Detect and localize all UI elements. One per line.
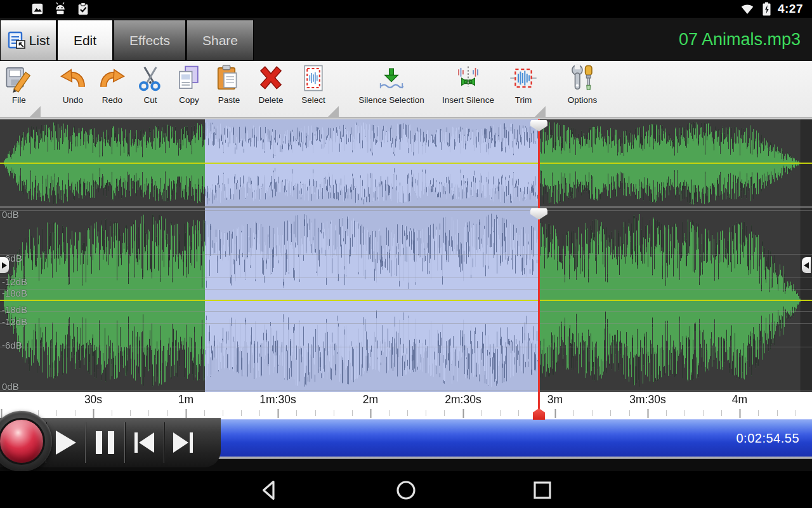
tab-effects[interactable]: Effects — [114, 20, 186, 61]
toolbar-label: Options — [556, 95, 609, 105]
time-label: 4m — [711, 393, 768, 406]
status-icons-left — [30, 2, 90, 16]
arrow-right-icon — [2, 262, 7, 269]
transport-bar: 0:02:54.55 — [0, 419, 812, 471]
android-nav-bar — [0, 471, 812, 508]
toolbar-button-options[interactable]: Options — [556, 61, 609, 117]
db-label: -6dB — [2, 340, 22, 351]
db-label: -12dB — [2, 276, 27, 287]
pause-button[interactable] — [86, 420, 124, 465]
toolbar-label: File — [0, 95, 38, 105]
tab-edit[interactable]: Edit — [57, 20, 113, 61]
time-label: 1m — [157, 393, 214, 406]
toolbar-button-delete[interactable]: Delete — [251, 61, 291, 117]
undo-icon — [58, 64, 88, 93]
transport-panel-edge — [190, 457, 812, 459]
select-dropdown-grip[interactable] — [328, 106, 339, 117]
transport-info-panel: 0:02:54.55 — [190, 419, 812, 457]
tab-label: Effects — [129, 33, 170, 48]
next-button[interactable] — [164, 420, 202, 465]
cut-icon — [136, 64, 165, 93]
toolbar-button-redo[interactable]: Redo — [92, 61, 133, 117]
toolbar-label: Delete — [251, 95, 291, 105]
home-button[interactable] — [393, 478, 419, 503]
tab-label: Edit — [74, 33, 96, 48]
db-label: -12dB — [2, 316, 27, 327]
toolbar-button-silence-selection[interactable]: Silence Selection — [350, 61, 433, 117]
delete-icon — [256, 64, 285, 93]
time-label: 3m:30s — [619, 393, 676, 406]
toolbar-label: Select — [293, 95, 334, 105]
time-label: 2m — [342, 393, 399, 406]
wifi-icon — [739, 1, 756, 17]
toolbar-button-cut[interactable]: Cut — [131, 61, 169, 117]
battery-charging-icon — [761, 1, 772, 17]
pause-icon — [96, 431, 114, 454]
time-label: 30s — [65, 393, 122, 406]
file-title: 07 Animals.mp3 — [679, 18, 801, 61]
skip-to-start-icon — [134, 432, 154, 453]
toolbar-button-paste[interactable]: Paste — [209, 61, 249, 117]
android-status-bar: 4:27 — [0, 0, 812, 18]
ruler-ticks-canvas — [0, 392, 812, 419]
usb-debug-icon — [53, 2, 67, 16]
copy-icon — [174, 64, 204, 93]
db-label: 0dB — [2, 209, 19, 220]
skip-to-end-icon — [173, 432, 193, 453]
time-label: 1m:30s — [249, 393, 306, 406]
playback-time: 0:02:54.55 — [736, 420, 799, 457]
waveform-canvas[interactable] — [0, 119, 812, 392]
toolbar-label: Copy — [169, 95, 209, 105]
tab-label: Share — [202, 33, 238, 48]
db-label: -18dB — [2, 288, 27, 298]
arrow-left-icon — [804, 262, 809, 269]
trim-dropdown-grip[interactable] — [535, 106, 546, 117]
timeline-ruler[interactable]: 30s 1m 1m:30s 2m 2m:30s 3m 3m:30s 4m — [0, 392, 812, 419]
redo-icon — [98, 64, 127, 93]
options-icon — [568, 64, 597, 93]
transport-controls — [0, 418, 221, 467]
clipboard-check-icon — [76, 2, 90, 16]
screenshot-icon — [30, 2, 44, 16]
status-icons-right: 4:27 — [739, 0, 803, 18]
toolbar-label: Insert Silence — [431, 95, 505, 105]
play-icon — [56, 431, 76, 455]
db-label: 0dB — [2, 381, 19, 392]
toolbar-label: Paste — [209, 95, 249, 105]
record-button[interactable] — [0, 418, 45, 465]
scroll-handle-left[interactable] — [0, 257, 9, 273]
toolbar-label: Silence Selection — [350, 95, 433, 105]
file-icon — [4, 64, 34, 93]
playback-cursor-line[interactable] — [538, 119, 540, 409]
silence-selection-icon — [377, 64, 406, 93]
previous-button[interactable] — [125, 420, 163, 465]
tab-label: List — [29, 33, 50, 48]
tab-share[interactable]: Share — [187, 20, 254, 61]
select-icon — [299, 64, 328, 93]
toolbar-button-undo[interactable]: Undo — [53, 61, 93, 117]
play-button[interactable] — [47, 420, 85, 465]
toolbar-label: Undo — [53, 95, 93, 105]
toolbar-button-copy[interactable]: Copy — [169, 61, 209, 117]
clock: 4:27 — [778, 2, 803, 16]
file-dropdown-grip[interactable] — [30, 106, 41, 117]
recents-button[interactable] — [530, 478, 555, 503]
time-label: 2m:30s — [435, 393, 492, 406]
db-label: -18dB — [2, 304, 27, 315]
scroll-handle-right[interactable] — [802, 257, 811, 273]
insert-silence-icon — [454, 64, 483, 93]
toolbar-label: Redo — [92, 95, 133, 105]
toolbar: File Undo Redo — [0, 61, 812, 117]
tab-bar: List Edit Effects Share 07 Animals.mp3 — [0, 18, 812, 61]
tab-list[interactable]: List — [0, 20, 56, 61]
toolbar-button-insert-silence[interactable]: Insert Silence — [431, 61, 505, 117]
paste-icon — [214, 64, 244, 93]
toolbar-label: Trim — [503, 95, 544, 105]
trim-icon — [509, 64, 538, 93]
back-button[interactable] — [257, 478, 282, 503]
time-label: 3m — [527, 393, 584, 406]
toolbar-label: Cut — [131, 95, 169, 105]
waveform-area[interactable]: 0dB -6dB -12dB -18dB -18dB -12dB -6dB 0d… — [0, 119, 812, 392]
app-screen: 4:27 List Edit Effects Share 07 Animals.… — [0, 0, 812, 508]
list-icon — [7, 31, 26, 50]
